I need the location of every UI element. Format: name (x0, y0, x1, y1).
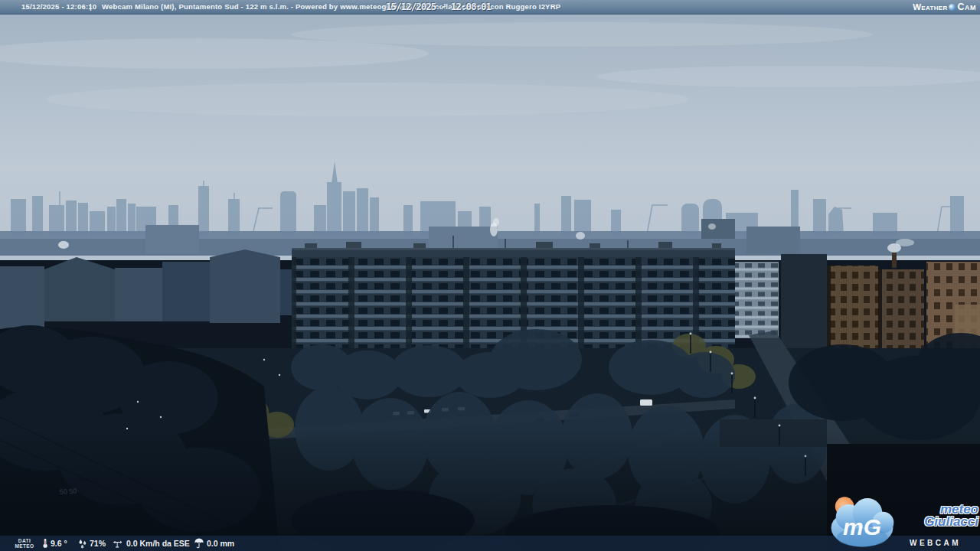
weather-label: Weather (913, 2, 947, 11)
thermometer-icon (40, 538, 51, 549)
globe-icon (949, 4, 956, 11)
logo-line-giuliacci: Giuliacci (894, 516, 978, 528)
capture-timestamp: 15/12/2025 - 12:06:10 (21, 0, 96, 14)
camera-osd-timestamp: 15/12/2025 - 12:08:01 (386, 0, 491, 14)
temperature-value: 9.6 ° (51, 536, 67, 551)
webcam-title: Webcam Milano (MI), Puntamento Sud - 122… (102, 0, 560, 14)
meteo-line: METEO (8, 543, 41, 549)
wind-vane-icon (112, 538, 122, 549)
humidity-value: 71% (90, 536, 106, 551)
umbrella-icon (194, 538, 204, 549)
webcam-photo: 50 50 (0, 0, 980, 551)
dati-line: DATI (8, 538, 41, 543)
left-apartment-blocks (0, 249, 294, 329)
webcam-page: 50 50 15/12/2025 - 12:06:10 | Webcam Mil… (0, 0, 980, 551)
webcam-caption: WEBCAM (910, 539, 961, 547)
weathercam-brand: Weather Cam (913, 0, 976, 14)
meteogiuliacci-wordmark: meteo Giuliacci (894, 504, 978, 528)
humidity-drops-icon (77, 539, 88, 549)
separator: | (90, 0, 92, 14)
dati-meteo-label: DATI METEO (8, 538, 41, 549)
top-bar: 15/12/2025 - 12:06:10 | Webcam Milano (M… (0, 0, 980, 15)
rain-value: 0.0 mm (207, 536, 234, 551)
logo-monogram: mG (843, 514, 881, 540)
wind-value: 0.0 Km/h da ESE (126, 536, 190, 551)
meteogiuliacci-cloud-logo: mG (828, 493, 896, 549)
cam-label: Cam (957, 2, 976, 12)
